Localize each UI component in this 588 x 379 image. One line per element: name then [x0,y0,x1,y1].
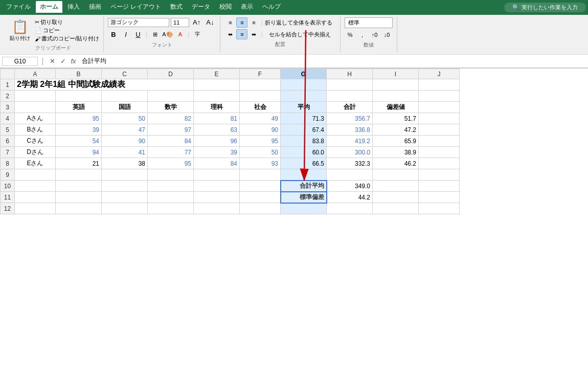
fill-color-button[interactable]: A🎨 [162,29,173,40]
cell-H5[interactable]: 336.8 [327,124,373,136]
menu-insert[interactable]: 挿入 [63,1,84,14]
cell-D7[interactable]: 77 [148,147,194,158]
cell-C10[interactable] [102,181,148,192]
col-header-D[interactable]: D [148,69,194,79]
cell-F5[interactable]: 90 [240,124,281,136]
cell-G10[interactable]: 合計平均 [281,181,327,192]
cell-J7[interactable] [419,147,460,158]
cell-A2[interactable] [15,91,56,102]
cell-F12[interactable] [240,203,281,214]
cell-D11[interactable] [148,192,194,203]
cell-ref-input[interactable] [2,57,38,66]
cell-F3[interactable]: 社会 [240,102,281,113]
cell-C4[interactable]: 50 [102,113,148,124]
cell-C2[interactable] [102,91,148,102]
col-header-I[interactable]: I [373,69,419,79]
cell-A8[interactable]: Eさん [15,158,56,169]
row-header-12[interactable]: 12 [1,203,15,214]
align-top-center-button[interactable]: ≡ [236,17,247,28]
row-header-1[interactable]: 1 [1,79,15,91]
search-placeholder[interactable]: 実行したい作業を入力 [522,4,578,11]
cell-I2[interactable] [373,91,419,102]
cancel-icon[interactable]: ✕ [48,57,57,65]
cell-B7[interactable]: 94 [56,147,102,158]
cell-D10[interactable] [148,181,194,192]
cell-I9[interactable] [373,169,419,181]
row-header-8[interactable]: 8 [1,158,15,169]
row-header-10[interactable]: 10 [1,181,15,192]
align-top-right-button[interactable]: ≡ [248,17,259,28]
cell-H4[interactable]: 356.7 [327,113,373,124]
cell-H9[interactable] [327,169,373,181]
cell-C7[interactable]: 41 [102,147,148,158]
font-shrink-icon[interactable]: A↓ [204,17,216,27]
cell-H6[interactable]: 419.2 [327,136,373,147]
number-format-input[interactable]: 標準 [345,17,393,28]
cell-A10[interactable] [15,181,56,192]
increase-decimal-button[interactable]: ↑0 [369,30,380,40]
cell-B5[interactable]: 39 [56,124,102,136]
row-header-6[interactable]: 6 [1,136,15,147]
bold-button[interactable]: B [108,29,119,40]
confirm-icon[interactable]: ✓ [59,57,67,65]
cell-E5[interactable]: 63 [194,124,240,136]
cell-A6[interactable]: Cさん [15,136,56,147]
function-icon[interactable]: fx [70,57,78,65]
cell-G12[interactable] [281,203,327,214]
cell-F9[interactable] [240,169,281,181]
cell-F1[interactable] [240,79,281,91]
cell-H8[interactable]: 332.3 [327,158,373,169]
cell-J6[interactable] [419,136,460,147]
cell-G5[interactable]: 67.4 [281,124,327,136]
menu-view[interactable]: 表示 [237,1,257,14]
cell-E6[interactable]: 96 [194,136,240,147]
cell-B4[interactable]: 95 [56,113,102,124]
cut-button[interactable]: ✂切り取り [35,18,99,26]
cell-B2[interactable] [56,91,102,102]
paste-button[interactable]: 📋 貼り付け [7,17,33,43]
cell-D2[interactable] [148,91,194,102]
cell-D9[interactable] [148,169,194,181]
cell-E11[interactable] [194,192,240,203]
cell-D4[interactable]: 82 [148,113,194,124]
cell-J3[interactable] [419,102,460,113]
cell-A7[interactable]: Dさん [15,147,56,158]
cell-H10[interactable]: 349.0 [327,181,373,192]
cell-G9[interactable] [281,169,327,181]
row-header-9[interactable]: 9 [1,169,15,181]
cell-A11[interactable] [15,192,56,203]
row-header-4[interactable]: 4 [1,113,15,124]
menu-formula[interactable]: 数式 [166,1,187,14]
cell-G3[interactable]: 平均 [281,102,327,113]
cell-J9[interactable] [419,169,460,181]
spreadsheet[interactable]: A B C D E F G H I J 1 2学期 2年1組 中間試験成績表 [0,69,588,214]
menu-data[interactable]: データ [188,1,214,14]
cell-I10[interactable] [373,181,419,192]
cell-B12[interactable] [56,203,102,214]
cell-E2[interactable] [194,91,240,102]
cell-E12[interactable] [194,203,240,214]
cell-F7[interactable]: 50 [240,147,281,158]
copy-button[interactable]: 📄コピー [35,27,99,34]
cell-C3[interactable]: 国語 [102,102,148,113]
cell-A12[interactable] [15,203,56,214]
cell-J11[interactable] [419,192,460,203]
merge-center-button[interactable]: セルを結合して中央揃え [264,29,336,39]
align-right-button[interactable]: ⬌ [248,29,259,39]
cell-G7[interactable]: 60.0 [281,147,327,158]
cell-H11[interactable]: 44.2 [327,192,373,203]
menu-help[interactable]: ヘルプ [258,1,285,14]
cell-F11[interactable] [240,192,281,203]
cell-A1[interactable]: 2学期 2年1組 中間試験成績表 [15,79,194,91]
col-header-J[interactable]: J [419,69,460,79]
align-top-left-button[interactable]: ≡ [224,17,236,28]
menu-file[interactable]: ファイル [2,1,35,14]
cell-H3[interactable]: 合計 [327,102,373,113]
cell-G11[interactable]: 標準偏差 [281,192,327,203]
col-header-H[interactable]: H [327,69,373,79]
border-button[interactable]: ⊞ [149,29,161,40]
cell-F2[interactable] [240,91,281,102]
font-color-button[interactable]: A [175,29,186,40]
cell-I7[interactable]: 38.9 [373,147,419,158]
cell-F8[interactable]: 93 [240,158,281,169]
